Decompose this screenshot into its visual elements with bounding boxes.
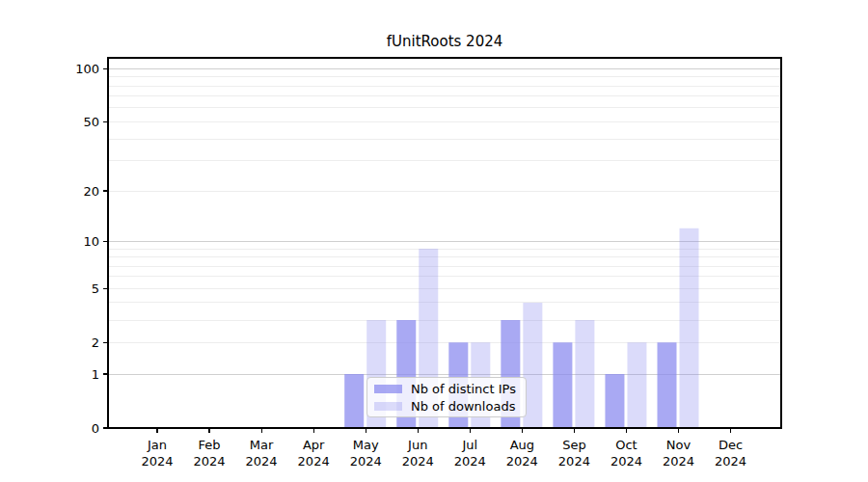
x-tick-label-year: 2024 <box>558 454 590 469</box>
bar-distinct-ips-oct <box>605 374 624 428</box>
y-tick-label: 5 <box>92 281 99 296</box>
y-tick-label: 50 <box>83 115 99 129</box>
x-tick-label-year: 2024 <box>454 454 486 469</box>
bar-downloads-nov <box>680 228 699 428</box>
y-tick-label: 100 <box>75 62 99 76</box>
x-tick-label-month: Mar <box>250 438 274 452</box>
y-tick-label: 0 <box>92 421 99 436</box>
x-tick-label-year: 2024 <box>194 454 226 469</box>
x-tick-label-year: 2024 <box>141 454 173 469</box>
x-tick-label-year: 2024 <box>402 454 434 469</box>
bar-downloads-sep <box>575 320 594 428</box>
download-stats-figure: fUnitRoots 2024 0125102050100Jan2024Feb2… <box>0 0 868 482</box>
legend-label-distinct-ips: Nb of distinct IPs <box>411 382 516 396</box>
x-tick-label-month: Dec <box>719 438 743 452</box>
x-tick-label-month: Aug <box>510 438 534 452</box>
legend: Nb of distinct IPs Nb of downloads <box>366 377 527 417</box>
bar-distinct-ips-nov <box>658 342 677 428</box>
x-tick-label-year: 2024 <box>506 454 538 469</box>
x-tick-label-month: May <box>353 438 379 452</box>
x-tick-label-year: 2024 <box>298 454 330 469</box>
bar-distinct-ips-sep <box>553 342 572 428</box>
y-tick-label: 20 <box>83 184 99 199</box>
legend-item-downloads: Nb of downloads <box>374 397 526 415</box>
x-tick-label-year: 2024 <box>715 454 746 469</box>
x-tick-label-year: 2024 <box>663 454 694 469</box>
x-tick-label-month: Oct <box>615 438 637 452</box>
legend-item-distinct-ips: Nb of distinct IPs <box>374 380 526 397</box>
bar-downloads-oct <box>627 342 646 428</box>
chart-title: fUnitRoots 2024 <box>108 33 781 50</box>
y-tick-label: 1 <box>92 367 99 382</box>
x-tick-label-month: Jul <box>461 438 477 452</box>
x-tick-label-month: Nov <box>666 438 692 452</box>
x-tick-label-year: 2024 <box>350 454 382 469</box>
x-tick-label-month: Sep <box>562 438 586 452</box>
legend-swatch-distinct-ips <box>374 385 402 393</box>
bar-distinct-ips-may <box>344 374 364 428</box>
legend-swatch-downloads <box>374 402 402 411</box>
x-tick-label-month: Apr <box>303 438 325 452</box>
y-tick-label: 2 <box>92 335 99 350</box>
x-tick-label-year: 2024 <box>610 454 642 469</box>
x-tick-label-month: Jan <box>147 438 167 452</box>
x-tick-label-month: Jun <box>407 438 427 452</box>
x-tick-label-year: 2024 <box>246 454 278 469</box>
y-tick-label: 10 <box>83 234 99 249</box>
x-tick-label-month: Feb <box>199 438 221 452</box>
legend-label-downloads: Nb of downloads <box>411 399 515 414</box>
